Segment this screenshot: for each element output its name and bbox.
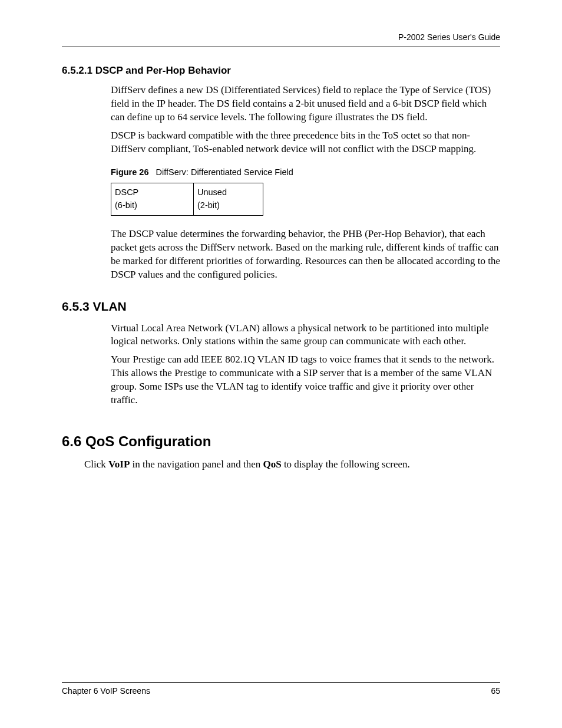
heading-653: 6.5.3 VLAN bbox=[62, 299, 500, 314]
heading-6521: 6.5.2.1 DSCP and Per-Hop Behavior bbox=[62, 65, 500, 77]
footer-page-number: 65 bbox=[491, 686, 500, 696]
para-653-2: Your Prestige can add IEEE 802.1Q VLAN I… bbox=[111, 353, 500, 407]
para-66-prefix: Click bbox=[84, 459, 108, 470]
para-66-bold2: QoS bbox=[263, 459, 281, 470]
cell-unused: Unused (2-bit) bbox=[194, 183, 263, 216]
cell-dscp-line1: DSCP bbox=[115, 187, 138, 197]
para-66-suffix: to display the following screen. bbox=[282, 459, 410, 470]
section-6521-body: DiffServ defines a new DS (Differentiate… bbox=[62, 84, 500, 282]
figure-title: DiffServ: Differentiated Service Field bbox=[156, 167, 293, 177]
cell-dscp-line2: (6-bit) bbox=[115, 200, 137, 210]
para-66-mid: in the navigation panel and then bbox=[130, 459, 263, 470]
footer-chapter: Chapter 6 VoIP Screens bbox=[62, 686, 150, 696]
header-guide-title: P-2002 Series User's Guide bbox=[62, 32, 500, 47]
table-row: DSCP (6-bit) Unused (2-bit) bbox=[111, 183, 263, 216]
figure-26-caption: Figure 26 DiffServ: Differentiated Servi… bbox=[111, 167, 500, 179]
figure-label: Figure 26 bbox=[111, 167, 148, 177]
cell-unused-line2: (2-bit) bbox=[197, 200, 220, 210]
para-66-1: Click VoIP in the navigation panel and t… bbox=[84, 458, 500, 472]
heading-66: 6.6 QoS Configuration bbox=[62, 433, 500, 450]
section-66-body: Click VoIP in the navigation panel and t… bbox=[62, 458, 500, 472]
section-653-body: Virtual Local Area Network (VLAN) allows… bbox=[62, 322, 500, 408]
para-6521-1: DiffServ defines a new DS (Differentiate… bbox=[111, 84, 500, 124]
para-66-bold1: VoIP bbox=[108, 459, 130, 470]
para-6521-3: The DSCP value determines the forwarding… bbox=[111, 228, 500, 282]
ds-field-table: DSCP (6-bit) Unused (2-bit) bbox=[111, 183, 263, 216]
cell-unused-line1: Unused bbox=[197, 187, 227, 197]
para-6521-2: DSCP is backward compatible with the thr… bbox=[111, 129, 500, 156]
page-footer: Chapter 6 VoIP Screens 65 bbox=[62, 682, 500, 696]
cell-dscp: DSCP (6-bit) bbox=[111, 183, 194, 216]
para-653-1: Virtual Local Area Network (VLAN) allows… bbox=[111, 322, 500, 349]
